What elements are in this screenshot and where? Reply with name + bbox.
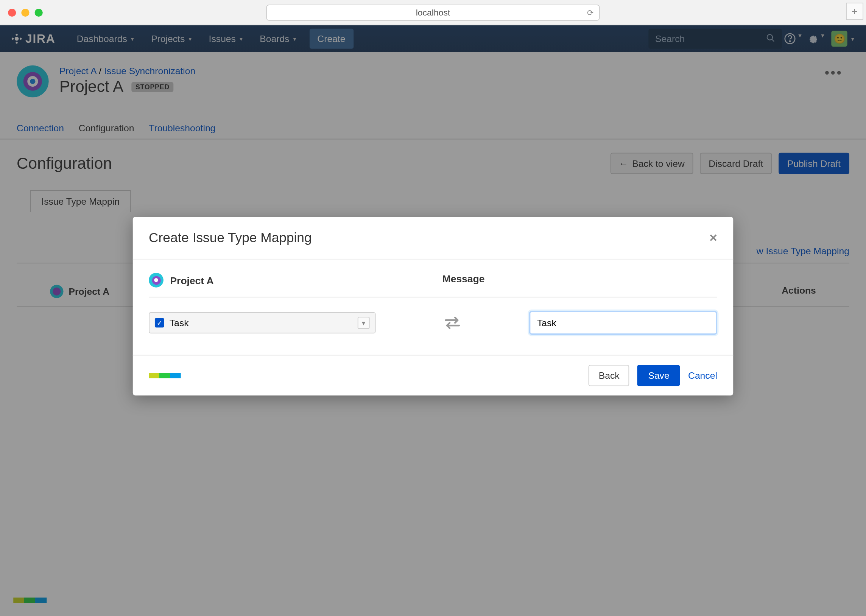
modal-column-target: Message (433, 273, 717, 288)
project-icon (149, 273, 163, 288)
modal-footer: Back Save Cancel (133, 355, 733, 396)
close-icon[interactable]: × (709, 230, 717, 245)
url-bar[interactable]: localhost ⟳ (266, 4, 600, 20)
modal-column-source: Project A (149, 273, 433, 288)
window-close-icon[interactable] (8, 8, 16, 16)
create-issue-type-mapping-modal: Create Issue Type Mapping × Project A Me… (133, 217, 733, 395)
modal-header: Create Issue Type Mapping × (133, 217, 733, 259)
window-minimize-icon[interactable] (21, 8, 29, 16)
modal-body: Project A Message ✓ Task ▾ (133, 259, 733, 355)
chevron-down-icon: ▾ (358, 317, 370, 329)
brand-color-bar (149, 373, 181, 378)
target-type-input[interactable] (529, 311, 717, 335)
cancel-button[interactable]: Cancel (688, 370, 717, 381)
url-text: localhost (416, 7, 450, 17)
back-button[interactable]: Back (589, 365, 629, 386)
traffic-lights (8, 8, 43, 16)
sync-direction-icon (376, 315, 529, 331)
browser-chrome: localhost ⟳ + (0, 0, 866, 25)
issue-type-select[interactable]: ✓ Task ▾ (149, 312, 376, 333)
save-button[interactable]: Save (637, 365, 680, 386)
modal-title: Create Issue Type Mapping (149, 230, 311, 245)
new-tab-button[interactable]: + (846, 3, 863, 20)
reload-icon[interactable]: ⟳ (587, 8, 594, 17)
window-zoom-icon[interactable] (35, 8, 43, 16)
task-type-icon: ✓ (155, 318, 164, 328)
